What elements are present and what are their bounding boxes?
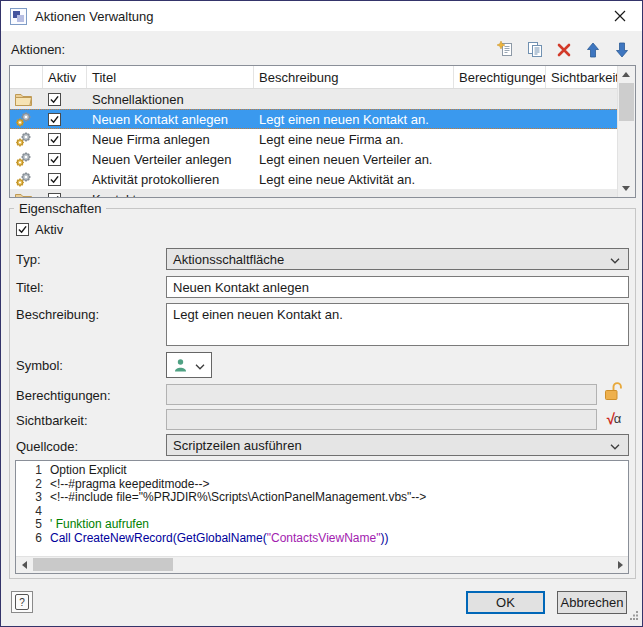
folder-icon	[10, 89, 43, 109]
delete-action-icon[interactable]	[554, 41, 573, 60]
actions-toolbar	[496, 40, 631, 60]
sichtbarkeit-input	[166, 409, 597, 430]
aktiv-checkbox[interactable]	[48, 133, 61, 146]
titel-cell: Schnellaktionen	[87, 89, 254, 109]
quellcode-selected-value: Scriptzeilen ausführen	[173, 438, 302, 453]
copy-action-icon[interactable]	[525, 41, 544, 60]
code-token: Option Explicit	[50, 464, 127, 478]
typ-select[interactable]: Aktionsschaltfläche	[166, 248, 629, 270]
berechtigungen-cell	[454, 110, 546, 128]
column-header-Aktiv[interactable]: Aktiv	[43, 66, 87, 88]
titel-cell: Kontakte	[87, 189, 254, 198]
beschreibung-cell: Legt einen neuen Kontakt an.	[254, 110, 454, 128]
scrollbar-thumb[interactable]	[619, 83, 634, 121]
help-button[interactable]: ?	[11, 591, 33, 613]
aktiv-cell	[43, 169, 87, 189]
titel-cell: Neuen Verteiler anlegen	[87, 149, 254, 169]
typ-selected-value: Aktionsschaltfläche	[173, 252, 284, 267]
resize-grip[interactable]	[629, 608, 639, 623]
aktiv-checkbox[interactable]	[48, 113, 61, 126]
beschreibung-label: Beschreibung:	[16, 307, 99, 322]
column-header-Titel[interactable]: Titel	[87, 66, 254, 88]
table-row[interactable]: Neuen Verteiler anlegenLegt einen neuen …	[10, 149, 635, 169]
table-body: SchnellaktionenNeuen Kontakt anlegenLegt…	[10, 89, 635, 198]
beschreibung-cell: Legt eine neue Aktivität an.	[254, 169, 454, 189]
scrollbar-thumb[interactable]	[33, 558, 173, 571]
line-number: 2	[16, 478, 50, 492]
titel-value: Neuen Kontakt anlegen	[173, 280, 309, 295]
symbol-label: Symbol:	[16, 358, 63, 373]
table-row[interactable]: Neue Firma anlegenLegt eine neue Firma a…	[10, 129, 635, 149]
cancel-button-label: Abbrechen	[561, 595, 624, 610]
scroll-down-icon[interactable]	[618, 180, 634, 197]
column-header-Berechtigungen[interactable]: Berechtigungen	[454, 66, 546, 88]
symbol-select[interactable]	[166, 352, 212, 378]
berechtigungen-cell	[454, 89, 546, 109]
code-line: 4	[16, 505, 628, 519]
app-icon	[10, 8, 27, 25]
move-down-icon[interactable]	[612, 41, 631, 60]
beschreibung-cell	[254, 189, 454, 198]
column-header-Sichtbarkeit[interactable]: Sichtbarkeit	[546, 66, 620, 88]
line-number: 5	[16, 518, 50, 532]
horizontal-scrollbar[interactable]	[16, 556, 628, 573]
aktiv-label: Aktiv	[35, 222, 63, 237]
table-row[interactable]: Kontakte	[10, 189, 635, 198]
aktiv-checkbox[interactable]	[48, 153, 61, 166]
titel-cell: Aktivität protokollieren	[87, 169, 254, 189]
berechtigungen-input	[166, 384, 597, 405]
aktiv-checkbox[interactable]	[48, 173, 61, 186]
code-editor[interactable]: 1Option Explicit2<!--#pragma keepeditmod…	[15, 460, 629, 574]
aktiv-checkbox[interactable]	[48, 193, 61, 199]
sichtbarkeit-cell	[546, 89, 620, 109]
code-line: 3<!--#include file="%PRJDIR%\Scripts\Act…	[16, 491, 628, 505]
berechtigungen-cell	[454, 149, 546, 169]
vertical-scrollbar[interactable]	[617, 66, 635, 197]
quellcode-select[interactable]: Scriptzeilen ausführen	[166, 434, 629, 456]
beschreibung-cell	[254, 89, 454, 109]
column-header-Beschreibung[interactable]: Beschreibung	[254, 66, 454, 88]
table-row[interactable]: Aktivität protokollierenLegt eine neue A…	[10, 169, 635, 189]
scroll-up-icon[interactable]	[618, 66, 634, 83]
close-icon[interactable]	[598, 1, 642, 30]
ok-button[interactable]: OK	[466, 591, 545, 614]
titel-cell: Neuen Kontakt anlegen	[87, 110, 254, 128]
new-action-icon[interactable]	[496, 41, 515, 60]
column-header-icon[interactable]	[10, 66, 43, 88]
scroll-left-icon[interactable]	[16, 557, 32, 572]
table-header: AktivTitelBeschreibungBerechtigungenSich…	[10, 66, 635, 89]
aktiv-cell	[43, 189, 87, 198]
beschreibung-textarea[interactable]: Legt einen neuen Kontakt an.	[166, 303, 629, 346]
actions-section-label: Aktionen:	[11, 42, 65, 57]
move-up-icon[interactable]	[583, 41, 602, 60]
aktiv-cell	[43, 149, 87, 169]
help-icon: ?	[15, 594, 29, 610]
table-row[interactable]: Schnellaktionen	[10, 89, 635, 109]
unlock-icon[interactable]	[601, 379, 625, 403]
gear-icon	[10, 169, 43, 189]
sichtbarkeit-cell	[546, 149, 620, 169]
aktiv-checkbox[interactable]	[16, 223, 29, 236]
titel-input[interactable]: Neuen Kontakt anlegen	[166, 276, 629, 298]
code-lines: 1Option Explicit2<!--#pragma keepeditmod…	[16, 461, 628, 545]
window-title: Aktionen Verwaltung	[35, 9, 154, 24]
chevron-down-icon	[610, 438, 620, 453]
line-number: 1	[16, 464, 50, 478]
sichtbarkeit-cell	[546, 189, 620, 198]
line-number: 3	[16, 491, 50, 505]
gear-icon	[10, 110, 43, 128]
chevron-down-icon	[610, 252, 620, 267]
table-row[interactable]: Neuen Kontakt anlegenLegt einen neuen Ko…	[10, 109, 635, 129]
cancel-button[interactable]: Abbrechen	[557, 591, 627, 614]
berechtigungen-cell	[454, 169, 546, 189]
formula-icon[interactable]: √α	[602, 406, 626, 430]
chevron-down-icon	[195, 358, 205, 373]
aktiv-checkbox[interactable]	[48, 93, 61, 106]
person-icon	[173, 358, 188, 373]
scroll-right-icon[interactable]	[612, 557, 628, 572]
titel-cell: Neue Firma anlegen	[87, 129, 254, 149]
code-line: 1Option Explicit	[16, 464, 628, 478]
aktiv-checkbox-row: Aktiv	[16, 222, 63, 237]
sichtbarkeit-label: Sichtbarkeit:	[16, 413, 88, 428]
sichtbarkeit-cell	[546, 110, 620, 128]
